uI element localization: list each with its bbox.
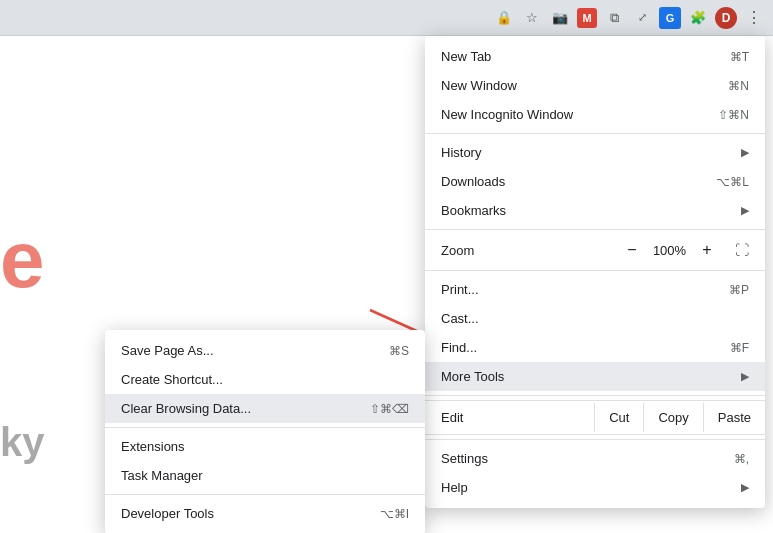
divider-1: [425, 133, 765, 134]
zoom-row: Zoom − 100% + ⛶: [425, 234, 765, 266]
tab-search-icon[interactable]: ⧉: [603, 7, 625, 29]
camera-icon[interactable]: 📷: [549, 7, 571, 29]
profile-avatar[interactable]: D: [715, 7, 737, 29]
location-icon[interactable]: 🔒: [493, 7, 515, 29]
gmail-icon[interactable]: M: [577, 8, 597, 28]
cut-button[interactable]: Cut: [594, 403, 643, 432]
page-letter-k: ky: [0, 420, 45, 465]
menu-item-new-window[interactable]: New Window ⌘N: [425, 71, 765, 100]
menu-item-settings[interactable]: Settings ⌘,: [425, 444, 765, 473]
divider-2: [425, 229, 765, 230]
menu-item-help[interactable]: Help ▶: [425, 473, 765, 502]
menu-item-developer-tools[interactable]: Developer Tools ⌥⌘I: [105, 499, 425, 528]
paste-button[interactable]: Paste: [703, 403, 765, 432]
menu-item-bookmarks[interactable]: Bookmarks ▶: [425, 196, 765, 225]
menu-item-more-tools[interactable]: More Tools ▶: [425, 362, 765, 391]
menu-item-find[interactable]: Find... ⌘F: [425, 333, 765, 362]
menu-item-cast[interactable]: Cast...: [425, 304, 765, 333]
divider-3: [425, 270, 765, 271]
menu-item-history[interactable]: History ▶: [425, 138, 765, 167]
menu-item-task-manager[interactable]: Task Manager: [105, 461, 425, 490]
sub-divider-1: [105, 427, 425, 428]
zoom-controls: − 100% + ⛶: [620, 238, 749, 262]
extensions-puzzle-icon[interactable]: 🧩: [687, 7, 709, 29]
sub-menu-more-tools: Save Page As... ⌘S Create Shortcut... Cl…: [105, 330, 425, 533]
zoom-fullscreen-button[interactable]: ⛶: [735, 242, 749, 258]
divider-5: [425, 439, 765, 440]
copy-button[interactable]: Copy: [643, 403, 702, 432]
extension-icon-2[interactable]: G: [659, 7, 681, 29]
edit-row: Edit Cut Copy Paste: [425, 400, 765, 435]
zoom-minus-button[interactable]: −: [620, 238, 644, 262]
divider-4: [425, 395, 765, 396]
browser-toolbar: 🔒 ☆ 📷 M ⧉ ⤢ G 🧩 D ⋮: [0, 0, 773, 36]
menu-item-downloads[interactable]: Downloads ⌥⌘L: [425, 167, 765, 196]
menu-item-print[interactable]: Print... ⌘P: [425, 275, 765, 304]
menu-item-save-page[interactable]: Save Page As... ⌘S: [105, 336, 425, 365]
zoom-plus-button[interactable]: +: [695, 238, 719, 262]
menu-item-new-incognito[interactable]: New Incognito Window ⇧⌘N: [425, 100, 765, 129]
sub-divider-2: [105, 494, 425, 495]
zoom-value: 100%: [652, 243, 687, 258]
menu-item-create-shortcut[interactable]: Create Shortcut...: [105, 365, 425, 394]
star-icon[interactable]: ☆: [521, 7, 543, 29]
menu-item-extensions[interactable]: Extensions: [105, 432, 425, 461]
chrome-menu-icon[interactable]: ⋮: [743, 7, 765, 29]
menu-item-clear-browsing[interactable]: Clear Browsing Data... ⇧⌘⌫: [105, 394, 425, 423]
extension-icon-1[interactable]: ⤢: [631, 7, 653, 29]
chrome-menu: New Tab ⌘T New Window ⌘N New Incognito W…: [425, 36, 765, 508]
menu-item-new-tab[interactable]: New Tab ⌘T: [425, 42, 765, 71]
page-letter-e: e: [0, 220, 45, 300]
